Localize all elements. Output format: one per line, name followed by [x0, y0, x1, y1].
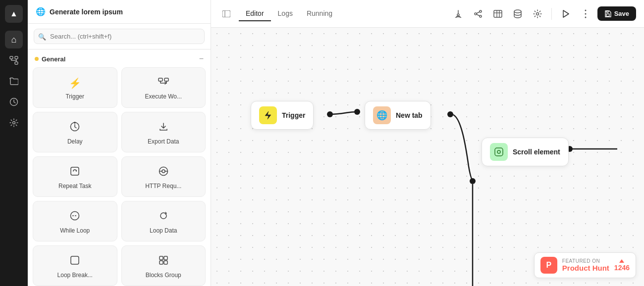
sidebar-header: 🌐 Generate lorem ipsum	[28, 0, 211, 24]
scroll-node-icon	[494, 147, 504, 157]
scroll-node-label: Scroll element	[513, 148, 560, 156]
block-blocks-group[interactable]: Blocks Group	[121, 245, 206, 286]
broadcast-button[interactable]	[450, 6, 466, 22]
main-content: Editor Logs Running	[211, 0, 644, 286]
svg-point-43	[327, 111, 333, 117]
repeat-block-icon	[70, 166, 80, 179]
block-trigger[interactable]: ⚡ Trigger	[33, 67, 117, 108]
product-hunt-badge[interactable]: P FEATURED ON Product Hunt 1246	[534, 252, 636, 278]
svg-point-25	[457, 14, 459, 16]
nav-workflow[interactable]	[5, 51, 23, 69]
svg-rect-32	[494, 10, 502, 17]
block-repeat-task[interactable]: Repeat Task	[33, 156, 117, 197]
svg-point-39	[585, 13, 586, 14]
ph-upvote-triangle	[619, 259, 624, 263]
svg-rect-7	[164, 78, 168, 81]
config-button[interactable]	[530, 6, 545, 22]
block-loop-break[interactable]: Loop Break...	[33, 245, 117, 286]
topbar-right: Save	[450, 6, 636, 22]
loop-data-block-icon	[159, 211, 168, 223]
svg-rect-21	[160, 261, 163, 264]
svg-rect-41	[606, 14, 609, 16]
svg-point-13	[162, 170, 165, 173]
block-label-while: While Loop	[60, 227, 90, 234]
scroll-node-icon-wrap	[490, 143, 508, 161]
svg-rect-22	[164, 261, 167, 264]
svg-point-28	[475, 13, 477, 15]
svg-rect-42	[606, 11, 608, 12]
new-tab-node-icon-wrap: 🌐	[373, 106, 391, 124]
svg-point-44	[354, 109, 360, 115]
collapse-button[interactable]: −	[199, 54, 204, 63]
block-label-delay: Delay	[67, 138, 83, 145]
scroll-element-flow-node[interactable]: Scroll element	[482, 138, 569, 166]
block-while-loop[interactable]: While Loop	[33, 201, 117, 241]
nav-history[interactable]	[5, 93, 23, 111]
trigger-node-label: Trigger	[282, 111, 305, 119]
svg-rect-19	[160, 256, 163, 260]
svg-point-37	[536, 12, 538, 15]
topbar: Editor Logs Running	[211, 0, 644, 28]
trigger-node-icon-wrap	[259, 106, 277, 124]
trigger-flow-node[interactable]: Trigger	[251, 101, 314, 130]
block-label-blocksgroup: Blocks Group	[146, 272, 181, 279]
svg-point-27	[480, 10, 482, 12]
trigger-block-icon: ⚡	[69, 77, 81, 89]
delay-block-icon	[70, 122, 80, 134]
svg-point-46	[470, 178, 476, 184]
svg-line-31	[477, 14, 480, 16]
section-dot	[35, 57, 39, 61]
svg-rect-2	[15, 62, 18, 64]
app-logo[interactable]: ▲	[5, 5, 23, 23]
tab-logs[interactable]: Logs	[271, 6, 300, 21]
sidebar-toggle-button[interactable]	[219, 6, 234, 21]
svg-point-29	[480, 15, 482, 17]
svg-point-5	[13, 122, 15, 124]
block-label-http: HTTP Requ...	[145, 183, 181, 190]
database-button[interactable]	[510, 6, 526, 22]
new-tab-node-label: New tab	[396, 111, 423, 119]
block-delay[interactable]: Delay	[33, 112, 117, 152]
table-button[interactable]	[490, 6, 506, 22]
run-button[interactable]	[558, 6, 574, 22]
icon-bar: ▲ ⌂	[0, 0, 28, 286]
svg-point-45	[447, 111, 453, 117]
block-label-loopdata: Loop Data	[150, 227, 177, 234]
block-label-repeat: Repeat Task	[58, 183, 92, 190]
save-button[interactable]: Save	[597, 6, 636, 21]
execute-block-icon	[158, 78, 169, 89]
trigger-node-icon	[263, 110, 273, 120]
more-button[interactable]	[578, 6, 593, 22]
svg-point-51	[497, 150, 500, 153]
search-input[interactable]	[34, 29, 205, 44]
block-label-trigger: Trigger	[65, 93, 84, 100]
block-loop-data[interactable]: Loop Data	[121, 201, 206, 241]
block-execute-workflow[interactable]: Execute Wo...	[121, 67, 206, 108]
ph-text: FEATURED ON Product Hunt	[562, 258, 609, 272]
while-block-icon	[70, 211, 80, 223]
loop-break-block-icon	[70, 255, 80, 268]
block-export-data[interactable]: Export Data	[121, 112, 206, 152]
block-label-execute: Execute Wo...	[145, 93, 182, 100]
svg-line-30	[477, 12, 480, 13]
svg-rect-20	[164, 256, 167, 260]
svg-rect-23	[222, 10, 230, 17]
svg-rect-18	[71, 256, 79, 264]
nav-home[interactable]: ⌂	[5, 31, 23, 48]
tab-editor[interactable]: Editor	[239, 6, 271, 21]
blocks-group-block-icon	[159, 255, 168, 268]
svg-rect-6	[159, 78, 162, 81]
block-http-request[interactable]: HTTP Requ...	[121, 156, 206, 197]
new-tab-flow-node[interactable]: 🌐 New tab	[365, 101, 431, 130]
share-button[interactable]	[470, 6, 486, 22]
flow-canvas[interactable]: Trigger 🌐 New tab Scroll element P FEATU…	[211, 28, 644, 286]
nav-folder[interactable]	[5, 72, 23, 90]
nav-settings[interactable]	[5, 114, 23, 132]
ph-site-text: Product Hunt	[562, 264, 609, 272]
divider	[551, 8, 552, 20]
ph-featured-text: FEATURED ON	[562, 258, 609, 264]
topbar-tabs: Editor Logs Running	[239, 6, 448, 21]
tab-running[interactable]: Running	[300, 6, 339, 21]
svg-rect-11	[71, 167, 79, 175]
block-label-loopbreak: Loop Break...	[57, 272, 93, 279]
